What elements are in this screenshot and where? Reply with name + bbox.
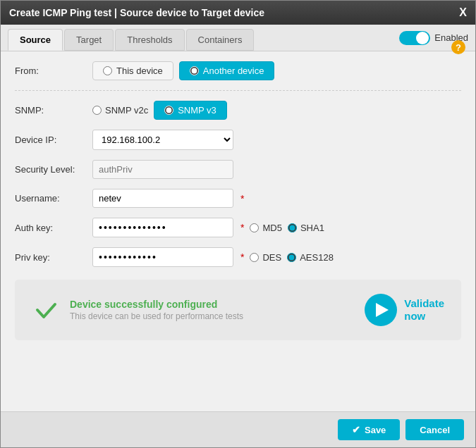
snmp-controls: SNMP v2c SNMP v3 (92, 101, 227, 120)
security-level-row: Security Level: (15, 160, 461, 179)
auth-key-label: Auth key: (15, 223, 92, 233)
priv-key-required: * (240, 251, 244, 263)
tab-target[interactable]: Target (64, 29, 114, 51)
close-button[interactable]: X (459, 6, 467, 19)
priv-key-row: Priv key: * DES AES128 (15, 247, 461, 267)
success-subtitle: This device can be used for performance … (70, 311, 243, 321)
success-title: Device successfully configured (70, 299, 243, 310)
validate-button[interactable]: Validate now (365, 294, 444, 326)
username-row: Username: * (15, 189, 461, 208)
priv-key-label: Priv key: (15, 252, 92, 263)
tab-containers[interactable]: Containers (186, 29, 255, 51)
tab-bar: Source Target Thresholds Containers Enab… (1, 25, 475, 51)
tab-source[interactable]: Source (8, 29, 63, 51)
auth-sha1-option[interactable]: SHA1 (288, 223, 324, 233)
from-controls: This device Another device (92, 61, 274, 80)
username-label: Username: (15, 193, 92, 204)
modal-footer: ✔ Save Cancel (1, 411, 475, 447)
success-left: Device successfully configured This devi… (32, 296, 243, 324)
username-controls: * (92, 189, 244, 208)
username-input[interactable] (92, 189, 233, 208)
username-required: * (240, 193, 244, 204)
modal-header: Create ICMP Ping test | Source device to… (1, 1, 475, 25)
auth-md5-option[interactable]: MD5 (250, 223, 281, 233)
from-row: From: This device Another device (15, 61, 461, 80)
cancel-button[interactable]: Cancel (405, 419, 464, 440)
priv-des-option[interactable]: DES (250, 252, 281, 263)
modal-title: Create ICMP Ping test | Source device to… (9, 7, 264, 18)
device-ip-controls: 192.168.100.2 (92, 130, 233, 150)
success-check-icon (32, 296, 60, 324)
snmp-label: SNMP: (15, 105, 92, 116)
priv-key-controls: * DES AES128 (92, 247, 334, 267)
help-icon[interactable]: ? (451, 40, 465, 54)
security-level-input (92, 160, 233, 179)
auth-key-input[interactable] (92, 218, 233, 237)
from-this-device[interactable]: This device (92, 61, 173, 80)
auth-key-row: Auth key: * MD5 SHA1 (15, 218, 461, 237)
success-text-block: Device successfully configured This devi… (70, 299, 243, 321)
snmp-v3-option[interactable]: SNMP v3 (154, 101, 227, 120)
play-triangle-icon (376, 303, 389, 317)
success-box: Device successfully configured This devi… (15, 280, 461, 340)
priv-aes128-option[interactable]: AES128 (287, 252, 334, 263)
snmp-row: SNMP: SNMP v2c SNMP v3 (15, 101, 461, 120)
play-icon (365, 294, 397, 326)
device-ip-label: Device IP: (15, 135, 92, 145)
priv-key-input[interactable] (92, 247, 233, 267)
divider-1 (15, 90, 461, 91)
from-another-device[interactable]: Another device (179, 61, 275, 80)
tab-thresholds[interactable]: Thresholds (115, 29, 184, 51)
enabled-toggle[interactable] (399, 31, 430, 45)
auth-key-required: * (240, 222, 244, 233)
save-check-icon: ✔ (352, 424, 360, 435)
modal-body: From: This device Another device SNMP: S… (1, 51, 475, 411)
snmp-v2c-option[interactable]: SNMP v2c (92, 105, 148, 116)
security-level-label: Security Level: (15, 164, 92, 175)
device-ip-row: Device IP: 192.168.100.2 (15, 130, 461, 150)
validate-label: Validate now (404, 297, 444, 323)
security-level-controls (92, 160, 233, 179)
modal-window: Create ICMP Ping test | Source device to… (0, 0, 476, 448)
from-label: From: (15, 66, 92, 76)
device-ip-select[interactable]: 192.168.100.2 (92, 130, 233, 150)
save-button[interactable]: ✔ Save (338, 419, 400, 440)
auth-key-controls: * MD5 SHA1 (92, 218, 324, 237)
